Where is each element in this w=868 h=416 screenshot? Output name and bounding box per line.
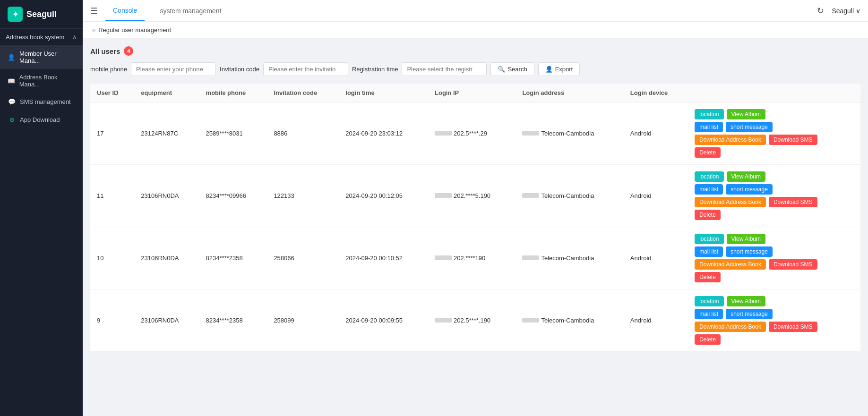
mobile-phone-input[interactable] (131, 62, 216, 76)
topbar-right: ↻ Seagull ∨ (817, 6, 860, 16)
sidebar: ✦ Seagull Address book system ∧ 👤 Member… (0, 0, 83, 416)
chevron-up-icon: ∧ (72, 34, 77, 41)
tab-system-management[interactable]: system management (152, 1, 229, 20)
download-icon: ⊕ (8, 115, 16, 124)
cell-actions: location View Album mail list short mess… (688, 165, 860, 227)
download-address-book-button[interactable]: Download Address Book (695, 322, 766, 332)
logo-text: Seagull (26, 9, 57, 19)
table-row: 17 23124RN87C 2589****8031 8886 2024-09-… (90, 102, 860, 165)
cell-invitation-code: 258066 (267, 227, 339, 289)
user-icon: 👤 (8, 53, 16, 61)
download-sms-button[interactable]: Download SMS (769, 322, 817, 332)
cell-actions: location View Album mail list short mess… (688, 289, 860, 352)
tab-console[interactable]: Console (105, 1, 145, 21)
mail-list-button[interactable]: mail list (695, 122, 723, 132)
download-sms-button[interactable]: Download SMS (769, 135, 817, 145)
table-row: 11 23106RN0DA 8234****09966 122133 2024-… (90, 165, 860, 227)
download-sms-button[interactable]: Download SMS (769, 259, 817, 270)
registration-time-label: Registration time (352, 66, 398, 73)
table-container: User ID equipment mobile phone Invitatio… (90, 84, 860, 352)
cell-user-id: 17 (90, 102, 134, 165)
col-login-time: login time (339, 84, 428, 102)
cell-invitation-code: 122133 (267, 165, 339, 227)
table-header-row: User ID equipment mobile phone Invitatio… (90, 84, 860, 102)
sidebar-item-label: Address Book Mana... (19, 74, 75, 88)
cell-login-time: 2024-09-20 23:03:12 (339, 102, 428, 165)
cell-login-ip: 202.****5.190 (428, 165, 516, 227)
cell-login-ip: 202.5****.29 (428, 102, 516, 165)
book-icon: 📖 (8, 76, 16, 85)
export-button[interactable]: 👤 Export (538, 62, 580, 76)
invitation-code-input[interactable] (263, 62, 348, 76)
mail-list-button[interactable]: mail list (695, 184, 723, 195)
cell-login-device: Android (624, 165, 688, 227)
col-login-ip: Login IP (428, 84, 516, 102)
sidebar-section-header[interactable]: Address book system ∧ (0, 29, 83, 45)
delete-button[interactable]: Delete (695, 272, 721, 282)
sms-icon: 💬 (8, 97, 16, 106)
sidebar-item-app-download[interactable]: ⊕ App Download (0, 110, 83, 128)
mobile-phone-label: mobile phone (90, 66, 127, 73)
location-button[interactable]: location (695, 109, 723, 119)
download-address-book-button[interactable]: Download Address Book (695, 197, 766, 207)
sidebar-item-member-user-management[interactable]: 👤 Member User Mana... (0, 45, 83, 69)
sidebar-item-label: Member User Mana... (19, 50, 75, 64)
breadcrumb-current: Regular user management (98, 26, 171, 34)
cell-mobile-phone: 2589****8031 (199, 102, 267, 165)
location-button[interactable]: location (695, 296, 723, 306)
cell-login-address: Telecom-Cambodia (516, 227, 623, 289)
cell-login-address: Telecom-Cambodia (516, 289, 623, 352)
search-icon: 🔍 (498, 66, 505, 73)
main-content: ☰ Console system management ↻ Seagull ∨ … (83, 0, 868, 416)
sidebar-section-title: Address book system (6, 34, 64, 41)
cell-equipment: 23106RN0DA (134, 165, 199, 227)
delete-button[interactable]: Delete (695, 334, 721, 345)
refresh-icon[interactable]: ↻ (817, 6, 824, 16)
cell-login-address: Telecom-Cambodia (516, 102, 623, 165)
topbar: ☰ Console system management ↻ Seagull ∨ (83, 0, 868, 22)
mail-list-button[interactable]: mail list (695, 246, 723, 257)
menu-icon[interactable]: ☰ (90, 6, 98, 16)
col-login-address: Login address (516, 84, 623, 102)
col-mobile-phone: mobile phone (199, 84, 267, 102)
cell-equipment: 23106RN0DA (134, 289, 199, 352)
invitation-code-label: Invitation code (220, 66, 259, 73)
view-album-button[interactable]: View Album (727, 296, 765, 306)
table-row: 10 23106RN0DA 8234****2358 258066 2024-0… (90, 227, 860, 289)
view-album-button[interactable]: View Album (727, 109, 765, 119)
search-button[interactable]: 🔍 Search (490, 62, 534, 76)
cell-user-id: 9 (90, 289, 134, 352)
download-address-book-button[interactable]: Download Address Book (695, 259, 766, 270)
cell-login-device: Android (624, 102, 688, 165)
short-message-button[interactable]: short message (726, 246, 773, 257)
cell-login-device: Android (624, 289, 688, 352)
sidebar-item-sms-management[interactable]: 💬 SMS management (0, 93, 83, 110)
short-message-button[interactable]: short message (726, 309, 773, 319)
cell-invitation-code: 258099 (267, 289, 339, 352)
table-row: 9 23106RN0DA 8234****2358 258099 2024-09… (90, 289, 860, 352)
download-sms-button[interactable]: Download SMS (769, 197, 817, 207)
users-badge: 4 (124, 46, 133, 56)
mail-list-button[interactable]: mail list (695, 309, 723, 319)
delete-button[interactable]: Delete (695, 147, 721, 158)
chevron-down-icon: ∨ (856, 7, 860, 15)
col-user-id: User ID (90, 84, 134, 102)
cell-equipment: 23106RN0DA (134, 227, 199, 289)
view-album-button[interactable]: View Album (727, 171, 765, 182)
cell-login-ip: 202.****190 (428, 227, 516, 289)
sidebar-item-address-book-management[interactable]: 📖 Address Book Mana... (0, 69, 83, 93)
data-table: User ID equipment mobile phone Invitatio… (90, 84, 860, 352)
short-message-button[interactable]: short message (726, 122, 773, 132)
cell-equipment: 23124RN87C (134, 102, 199, 165)
short-message-button[interactable]: short message (726, 184, 773, 195)
cell-login-time: 2024-09-20 00:12:05 (339, 165, 428, 227)
registration-time-input[interactable] (402, 62, 487, 76)
download-address-book-button[interactable]: Download Address Book (695, 135, 766, 145)
user-name[interactable]: Seagull ∨ (832, 7, 860, 15)
export-icon: 👤 (545, 66, 553, 73)
location-button[interactable]: location (695, 171, 723, 182)
delete-button[interactable]: Delete (695, 210, 721, 220)
view-album-button[interactable]: View Album (727, 234, 765, 244)
cell-login-time: 2024-09-20 00:10:52 (339, 227, 428, 289)
location-button[interactable]: location (695, 234, 723, 244)
